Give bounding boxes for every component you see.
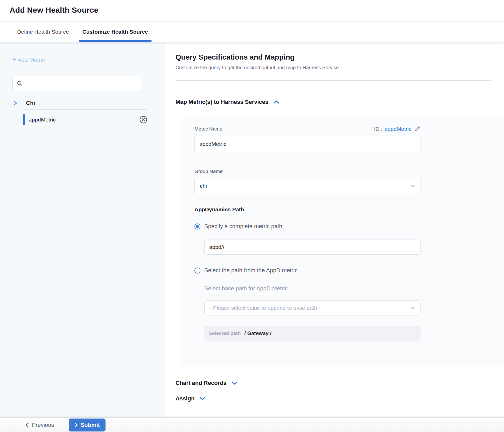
complete-metric-path-input[interactable] [204,240,421,255]
add-metric-label: Add Metric [18,57,45,63]
page-title: Add New Health Source [10,6,504,15]
tab-define-health-source[interactable]: Define Health Source [17,22,69,42]
metric-id-row: ID : appdMetric [374,126,421,132]
base-path-label: Select base path for AppD Metric [204,285,421,292]
remove-metric-button[interactable] [139,116,148,124]
chevron-left-icon [25,422,29,428]
group-label: Chi [26,100,35,106]
previous-label: Previous [32,422,54,428]
sidebar-divider [23,110,147,110]
radio-label: Specify a complete metric path [204,223,282,230]
chevron-down-icon [410,184,415,188]
group-name-label: Group Name [194,169,504,174]
base-path-placeholder: - Please select value to append to base … [210,305,410,311]
radio-select-path-from-appd[interactable]: Select the path from the AppD metric [194,267,504,274]
tab-customize-health-source[interactable]: Customize Health Source [82,22,149,42]
circle-x-icon [139,116,148,124]
panel-divider [176,80,491,81]
section-assign-toggle[interactable]: Assign [176,395,504,402]
section-title: Chart and Records [176,380,227,386]
radio-label: Select the path from the AppD metric [204,267,298,274]
id-label: ID : [374,126,382,132]
metric-name-label: Metric Name [194,126,222,132]
submit-label: Submit [81,422,100,428]
section-chart-and-records-toggle[interactable]: Chart and Records [176,380,504,386]
map-metrics-card: Metric Name ID : appdMetric Group Name c… [181,117,504,366]
previous-button[interactable]: Previous [25,422,54,428]
selected-path-bar: Selected path / Gateway / [204,326,421,341]
pencil-edit-icon[interactable] [414,126,421,132]
section-title: Assign [176,395,194,402]
metric-name-input[interactable] [194,136,421,152]
metric-search-input[interactable] [26,81,138,87]
sidebar-item-appdmetric[interactable]: appdMetric [0,112,165,127]
id-value: appdMetric [384,126,411,132]
selected-path-label: Selected path [209,330,241,336]
health-source-tabbar: Define Health Source Customize Health So… [0,22,504,42]
metric-item-label: appdMetric [29,117,139,123]
section-map-metrics-toggle[interactable]: Map Metric(s) to Harness Services [176,99,504,105]
group-name-value: chi [200,183,410,189]
search-icon [17,81,23,86]
add-metric-button[interactable]: + Add Metric [12,56,45,63]
add-health-source-dialog: Add New Health Source Define Health Sour… [0,0,504,432]
radio-specify-complete-path[interactable]: Specify a complete metric path [194,223,504,230]
metrics-sidebar: + Add Metric Chi appdMetric [0,42,165,417]
submit-button[interactable]: Submit [69,419,106,431]
radio-unselected-icon[interactable] [194,268,200,273]
chevron-up-icon [273,100,280,104]
plus-icon: + [12,56,16,63]
chevron-right-icon [74,422,78,428]
dialog-header: Add New Health Source [0,0,504,22]
chevron-right-icon[interactable] [14,100,17,106]
selected-path-value: / Gateway / [244,330,272,336]
query-specifications-panel: Query Specifications and Mapping Customi… [165,42,504,417]
base-path-select[interactable]: - Please select value to append to base … [204,300,421,315]
section-title: Map Metric(s) to Harness Services [176,99,268,105]
chevron-down-icon [410,306,415,309]
radio-selected-icon[interactable] [194,224,200,229]
group-name-select[interactable]: chi [194,178,421,194]
dialog-footer: Previous Submit [0,417,504,432]
panel-title: Query Specifications and Mapping [176,53,504,61]
appdynamics-path-heading: AppDynamics Path [194,206,504,213]
metric-search-box[interactable] [12,76,142,91]
selected-indicator-bar [23,114,25,125]
panel-subtitle: Customize the query to get the desired o… [176,65,504,70]
chevron-down-icon [231,381,238,385]
sidebar-group-chi[interactable]: Chi [14,100,165,106]
chevron-down-icon [199,397,206,401]
